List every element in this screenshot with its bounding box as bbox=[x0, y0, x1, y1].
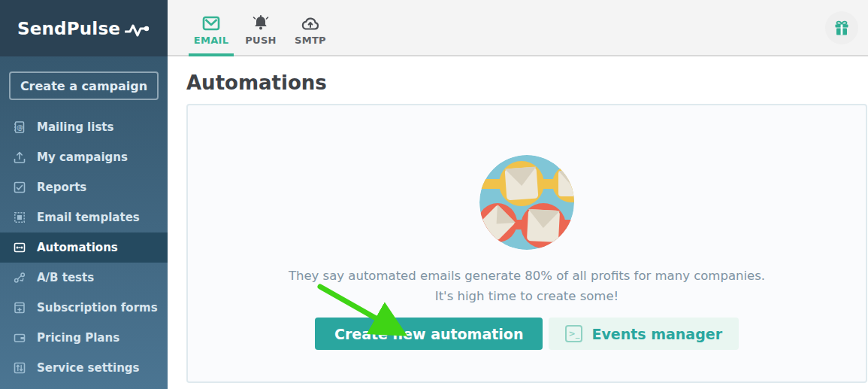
push-bell-icon bbox=[252, 13, 270, 31]
empty-state-message: They say automated emails generate 80% o… bbox=[289, 266, 765, 306]
sidebar-item-email-templates[interactable]: Email templates bbox=[0, 202, 168, 232]
top-navigation: EMAIL PUSH SMTP bbox=[168, 0, 868, 56]
main-content: Automations bbox=[168, 56, 868, 389]
events-manager-button[interactable]: >_ Events manager bbox=[549, 318, 739, 350]
page-title: Automations bbox=[186, 71, 868, 94]
service-settings-icon bbox=[13, 361, 26, 375]
automations-empty-state-card: They say automated emails generate 80% o… bbox=[186, 104, 867, 383]
sidebar-item-ab-tests[interactable]: A/B tests bbox=[0, 263, 168, 293]
tab-email[interactable]: EMAIL bbox=[186, 0, 236, 55]
pulse-icon bbox=[125, 22, 150, 38]
subscription-forms-icon bbox=[13, 301, 26, 315]
email-templates-icon bbox=[13, 211, 26, 224]
empty-state-line2: It's high time to create some! bbox=[435, 289, 618, 303]
brand-logo[interactable]: SendPulse bbox=[17, 19, 120, 38]
events-manager-label: Events manager bbox=[591, 326, 722, 342]
gift-icon bbox=[833, 19, 851, 37]
sidebar-nav: @ Mailing lists My campaigns Reports bbox=[0, 112, 168, 383]
sidebar-item-service-settings[interactable]: Service settings bbox=[0, 353, 168, 383]
sidebar: Create a campaign @ Mailing lists My cam… bbox=[0, 56, 168, 389]
ab-tests-icon bbox=[13, 271, 26, 284]
sidebar-item-pricing-plans[interactable]: Pricing Plans bbox=[0, 323, 168, 353]
sidebar-item-my-campaigns[interactable]: My campaigns bbox=[0, 142, 168, 172]
logo-band: SendPulse bbox=[0, 0, 168, 56]
sidebar-item-reports[interactable]: Reports bbox=[0, 172, 168, 202]
tab-push[interactable]: PUSH bbox=[236, 0, 286, 55]
empty-state-actions: Create new automation >_ Events manager bbox=[315, 318, 739, 350]
sidebar-item-mailing-lists[interactable]: @ Mailing lists bbox=[0, 112, 168, 142]
sidebar-item-automations[interactable]: Automations bbox=[0, 232, 168, 263]
my-campaigns-icon bbox=[13, 150, 26, 164]
reports-icon bbox=[13, 181, 26, 194]
app-window: SendPulse EMAIL PUSH SMTP bbox=[0, 0, 868, 389]
gift-button[interactable] bbox=[825, 11, 858, 44]
tab-smtp[interactable]: SMTP bbox=[286, 0, 335, 55]
automation-envelopes-illustration bbox=[479, 155, 574, 250]
pricing-plans-icon bbox=[13, 331, 26, 345]
svg-text:@: @ bbox=[17, 123, 23, 131]
create-campaign-button[interactable]: Create a campaign bbox=[9, 71, 159, 100]
empty-state-line1: They say automated emails generate 80% o… bbox=[289, 269, 765, 283]
email-icon bbox=[202, 13, 220, 31]
sidebar-item-subscription-forms[interactable]: Subscription forms bbox=[0, 293, 168, 323]
smtp-cloud-icon bbox=[301, 13, 320, 31]
create-new-automation-button[interactable]: Create new automation bbox=[315, 318, 543, 350]
mailing-lists-icon: @ bbox=[13, 120, 26, 134]
automations-icon bbox=[13, 241, 26, 254]
terminal-icon: >_ bbox=[565, 325, 582, 342]
